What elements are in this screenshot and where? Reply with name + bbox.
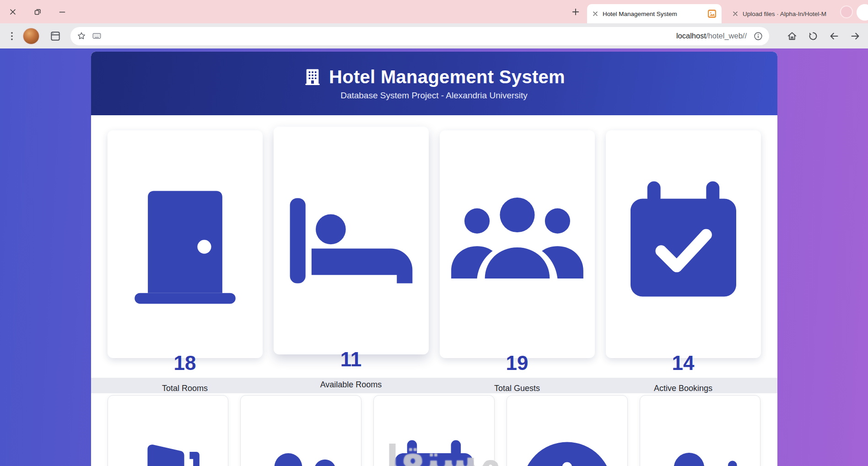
home-icon[interactable] bbox=[787, 31, 798, 42]
menu-card-bookings[interactable]: Bookings Manage reservations bbox=[373, 395, 495, 466]
guests-group-icon bbox=[445, 146, 589, 342]
reload-icon[interactable] bbox=[808, 31, 819, 42]
hotel-building-icon bbox=[303, 67, 322, 86]
tab-upload-files[interactable]: Upload files · Alpha-In/Hotel-M bbox=[728, 4, 836, 23]
back-arrow-icon[interactable] bbox=[829, 31, 840, 42]
stat-label: Active Bookings bbox=[611, 384, 755, 393]
browser-toolbar: localhost/hotel_web// bbox=[0, 23, 868, 48]
url-host: localhost bbox=[676, 32, 706, 40]
page-title: Hotel Management System bbox=[329, 67, 565, 87]
door-closed-icon bbox=[113, 146, 257, 342]
address-bar[interactable]: localhost/hotel_web// bbox=[70, 27, 769, 45]
menu-card-guests[interactable]: Guests View guest information bbox=[240, 395, 361, 466]
site-info-icon[interactable] bbox=[753, 31, 763, 41]
door-open-icon bbox=[114, 411, 222, 466]
tab-title: Upload files · Alpha-In/Hotel-M bbox=[743, 11, 831, 17]
person-plus-icon bbox=[647, 411, 754, 466]
app-container: Hotel Management System Database System … bbox=[91, 52, 777, 466]
stat-card-total-guests: 19 Total Guests bbox=[440, 130, 595, 358]
menu-card-new-booking[interactable]: New Booking Create new reservation bbox=[507, 395, 628, 466]
stats-row: 18 Total Rooms 11 Available Rooms 19 Tot… bbox=[91, 115, 777, 378]
menu-card-add-guest[interactable]: Add Guest Register new guest bbox=[640, 395, 761, 466]
calendar-days-icon bbox=[380, 411, 488, 466]
tab-title: Hotel Management System bbox=[603, 11, 703, 17]
url-text: localhost/hotel_web// bbox=[676, 32, 747, 40]
tab-close-icon[interactable] bbox=[593, 11, 598, 16]
profile-badge[interactable] bbox=[840, 5, 853, 18]
people-icon bbox=[247, 411, 355, 466]
profile-avatar[interactable] bbox=[23, 28, 39, 44]
stat-value: 18 bbox=[113, 352, 257, 375]
stat-value: 11 bbox=[279, 348, 423, 371]
menu-kebab-icon[interactable] bbox=[7, 31, 16, 42]
app-header: Hotel Management System Database System … bbox=[91, 52, 777, 115]
window-restore-button[interactable] bbox=[34, 8, 41, 16]
url-path: /hotel_web// bbox=[706, 32, 747, 40]
tab-close-icon[interactable] bbox=[733, 11, 738, 16]
tab-favicon-image-icon bbox=[708, 10, 716, 18]
stat-label: Total Guests bbox=[445, 384, 589, 393]
extensions-icon[interactable] bbox=[49, 30, 61, 42]
calendar-check-icon bbox=[611, 146, 755, 342]
keyboard-indicator-icon[interactable] bbox=[92, 31, 102, 41]
stat-label: Total Rooms bbox=[113, 384, 257, 393]
menu-grid: Rooms Manage hotel rooms Guests View gue… bbox=[91, 393, 777, 466]
menu-card-rooms[interactable]: Rooms Manage hotel rooms bbox=[108, 395, 229, 466]
stat-value: 19 bbox=[445, 352, 589, 375]
tab-hotel-management[interactable]: Hotel Management System bbox=[587, 4, 722, 23]
stat-value: 14 bbox=[611, 352, 755, 375]
window-controls bbox=[0, 0, 66, 23]
titlebar-edge-circle bbox=[857, 4, 868, 21]
bookmark-star-icon[interactable] bbox=[76, 31, 86, 41]
new-tab-button[interactable] bbox=[569, 5, 582, 19]
page-subtitle: Database System Project - Alexandria Uni… bbox=[340, 91, 528, 101]
stat-label: Available Rooms bbox=[279, 380, 423, 390]
browser-titlebar: Hotel Management System Upload files · A… bbox=[0, 0, 868, 23]
forward-arrow-icon[interactable] bbox=[850, 31, 861, 42]
stat-card-total-rooms: 18 Total Rooms bbox=[108, 130, 263, 358]
bed-icon bbox=[279, 142, 423, 338]
window-minimize-button[interactable] bbox=[59, 8, 66, 16]
plus-circle-icon bbox=[513, 411, 621, 466]
stat-card-active-bookings: 14 Active Bookings bbox=[606, 130, 761, 358]
stat-card-available-rooms: 11 Available Rooms bbox=[274, 127, 429, 354]
window-close-button[interactable] bbox=[9, 8, 16, 16]
page-background: Hotel Management System Database System … bbox=[0, 48, 868, 466]
